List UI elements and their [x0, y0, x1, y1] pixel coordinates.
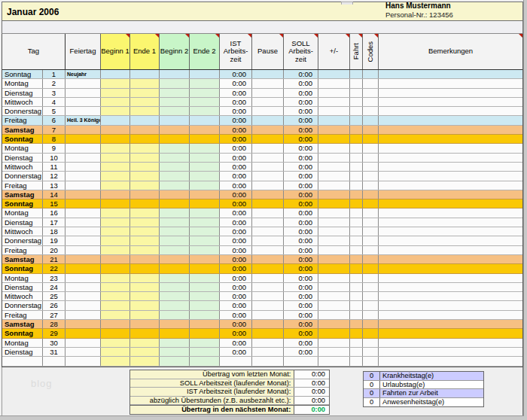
- pause-input-cell[interactable]: [252, 329, 284, 337]
- end1-input-cell[interactable]: [130, 227, 160, 236]
- fahrt-input-cell[interactable]: [350, 227, 363, 236]
- end2-input-cell[interactable]: [190, 79, 220, 87]
- remarks-input-cell[interactable]: [379, 154, 522, 162]
- end1-input-cell[interactable]: [130, 199, 160, 208]
- fahrt-input-cell[interactable]: [350, 301, 363, 309]
- end1-input-cell[interactable]: [130, 70, 160, 78]
- end1-input-cell[interactable]: [130, 255, 160, 263]
- codes-input-cell[interactable]: [363, 329, 379, 337]
- codes-input-cell[interactable]: [363, 339, 379, 347]
- fahrt-input-cell[interactable]: [350, 163, 363, 171]
- end2-input-cell[interactable]: [190, 348, 220, 356]
- remarks-input-cell[interactable]: [379, 292, 522, 300]
- begin1-input-cell[interactable]: [101, 283, 130, 291]
- begin2-input-cell[interactable]: [160, 320, 190, 328]
- fahrt-input-cell[interactable]: [350, 255, 363, 263]
- pause-input-cell[interactable]: [252, 357, 284, 365]
- end1-input-cell[interactable]: [130, 135, 160, 143]
- pause-input-cell[interactable]: [252, 339, 284, 347]
- begin1-input-cell[interactable]: [101, 329, 130, 337]
- codes-input-cell[interactable]: [363, 154, 379, 162]
- end1-input-cell[interactable]: [130, 339, 160, 347]
- begin2-input-cell[interactable]: [160, 264, 190, 272]
- end1-input-cell[interactable]: [130, 264, 160, 272]
- pause-input-cell[interactable]: [252, 311, 284, 319]
- pause-input-cell[interactable]: [252, 246, 284, 254]
- pause-input-cell[interactable]: [252, 208, 284, 217]
- fahrt-input-cell[interactable]: [350, 126, 363, 134]
- begin1-input-cell[interactable]: [101, 311, 130, 319]
- pause-input-cell[interactable]: [252, 218, 284, 227]
- begin2-input-cell[interactable]: [160, 107, 190, 115]
- begin2-input-cell[interactable]: [160, 208, 190, 217]
- remarks-input-cell[interactable]: [379, 126, 522, 134]
- end1-input-cell[interactable]: [130, 348, 160, 356]
- begin1-input-cell[interactable]: [101, 264, 130, 272]
- codes-input-cell[interactable]: [363, 292, 379, 300]
- remarks-input-cell[interactable]: [379, 311, 522, 319]
- pause-input-cell[interactable]: [252, 107, 284, 115]
- codes-input-cell[interactable]: [363, 218, 379, 227]
- begin1-input-cell[interactable]: [101, 154, 130, 162]
- pause-input-cell[interactable]: [252, 163, 284, 171]
- begin1-input-cell[interactable]: [101, 199, 130, 208]
- remarks-input-cell[interactable]: [379, 190, 522, 199]
- end2-input-cell[interactable]: [190, 274, 220, 282]
- end2-input-cell[interactable]: [190, 246, 220, 254]
- begin1-input-cell[interactable]: [101, 79, 130, 87]
- end2-input-cell[interactable]: [190, 339, 220, 347]
- remarks-input-cell[interactable]: [379, 135, 522, 143]
- codes-input-cell[interactable]: [363, 89, 379, 97]
- pause-input-cell[interactable]: [252, 116, 284, 124]
- codes-input-cell[interactable]: [363, 98, 379, 106]
- fahrt-input-cell[interactable]: [350, 357, 363, 365]
- begin2-input-cell[interactable]: [160, 236, 190, 245]
- begin1-input-cell[interactable]: [101, 255, 130, 263]
- fahrt-input-cell[interactable]: [350, 144, 363, 152]
- remarks-input-cell[interactable]: [379, 98, 522, 106]
- codes-input-cell[interactable]: [363, 199, 379, 208]
- end2-input-cell[interactable]: [190, 301, 220, 309]
- fahrt-input-cell[interactable]: [350, 320, 363, 328]
- begin2-input-cell[interactable]: [160, 172, 190, 180]
- begin1-input-cell[interactable]: [101, 70, 130, 78]
- begin2-input-cell[interactable]: [160, 70, 190, 78]
- begin1-input-cell[interactable]: [101, 208, 130, 217]
- remarks-input-cell[interactable]: [379, 144, 522, 152]
- codes-input-cell[interactable]: [363, 70, 379, 78]
- end1-input-cell[interactable]: [130, 89, 160, 97]
- pause-input-cell[interactable]: [252, 89, 284, 97]
- end2-input-cell[interactable]: [190, 218, 220, 227]
- end2-input-cell[interactable]: [190, 135, 220, 143]
- remarks-input-cell[interactable]: [379, 181, 522, 190]
- end2-input-cell[interactable]: [190, 329, 220, 337]
- end1-input-cell[interactable]: [130, 126, 160, 134]
- begin1-input-cell[interactable]: [101, 227, 130, 236]
- pause-input-cell[interactable]: [252, 154, 284, 162]
- end2-input-cell[interactable]: [190, 107, 220, 115]
- remarks-input-cell[interactable]: [379, 320, 522, 328]
- end2-input-cell[interactable]: [190, 126, 220, 134]
- codes-input-cell[interactable]: [363, 357, 379, 365]
- codes-input-cell[interactable]: [363, 301, 379, 309]
- begin2-input-cell[interactable]: [160, 135, 190, 143]
- fahrt-input-cell[interactable]: [350, 311, 363, 319]
- pause-input-cell[interactable]: [252, 292, 284, 300]
- pause-input-cell[interactable]: [252, 126, 284, 134]
- codes-input-cell[interactable]: [363, 79, 379, 87]
- remarks-input-cell[interactable]: [379, 301, 522, 309]
- end1-input-cell[interactable]: [130, 274, 160, 282]
- pause-input-cell[interactable]: [252, 181, 284, 190]
- remarks-input-cell[interactable]: [379, 339, 522, 347]
- begin2-input-cell[interactable]: [160, 98, 190, 106]
- remarks-input-cell[interactable]: [379, 107, 522, 115]
- remarks-input-cell[interactable]: [379, 348, 522, 356]
- end1-input-cell[interactable]: [130, 301, 160, 309]
- end1-input-cell[interactable]: [130, 107, 160, 115]
- begin1-input-cell[interactable]: [101, 172, 130, 180]
- pause-input-cell[interactable]: [252, 172, 284, 180]
- fahrt-input-cell[interactable]: [350, 348, 363, 356]
- begin2-input-cell[interactable]: [160, 301, 190, 309]
- fahrt-input-cell[interactable]: [350, 339, 363, 347]
- fahrt-input-cell[interactable]: [350, 236, 363, 245]
